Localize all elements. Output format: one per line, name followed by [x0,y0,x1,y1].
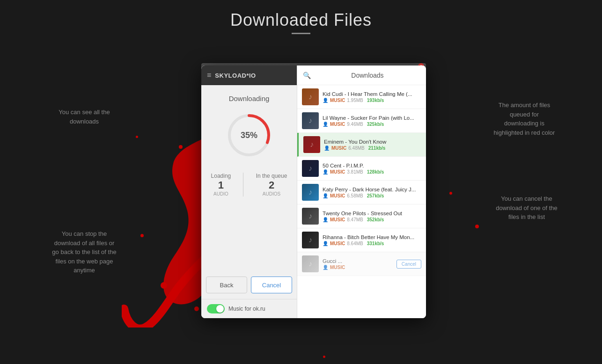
track-name-6: Rihanna - Bitch Better Have My Mon... [323,234,421,240]
track-size-1: 9.46MB [347,122,363,127]
track-info-4: Katy Perry - Dark Horse (feat. Juicy J..… [323,187,421,198]
right-panel: 🔍 Downloads ♪Kid Cudi - I Hear Them Call… [297,66,426,318]
track-size-4: 6.58MB [347,193,363,198]
track-meta-2: 👤 MUSIC 6.48MB 211kb/s [324,146,421,151]
track-meta-6: 👤 MUSIC 8.64MB 331kb/s [323,241,421,246]
track-size-0: 1.95MB [347,98,363,103]
track-size-3: 3.81MB [347,169,363,175]
music-tag-4: MUSIC [330,193,345,198]
track-item-4: ♪Katy Perry - Dark Horse (feat. Juicy J.… [297,181,426,204]
music-tag-7: MUSIC [330,265,345,270]
track-meta-7: 👤 MUSIC [323,265,393,270]
toggle-label: Music for ok.ru [228,306,265,312]
track-meta-1: 👤 MUSIC 9.46MB 325kb/s [323,122,421,127]
person-icon-2: 👤 [324,146,330,151]
track-info-0: Kid Cudi - I Hear Them Calling Me (...👤 … [323,91,421,103]
queue-count: 2 [256,179,287,191]
track-thumb-2: ♪ [303,136,320,153]
person-icon-3: 👤 [323,169,328,175]
track-info-2: Eminem - You Don't Know👤 MUSIC 6.48MB 21… [324,139,421,151]
svg-point-2 [194,306,199,311]
track-meta-3: 👤 MUSIC 3.81MB 128kb/s [323,169,421,175]
music-tag-6: MUSIC [330,241,345,246]
track-name-4: Katy Perry - Dark Horse (feat. Juicy J..… [323,187,421,192]
person-icon-4: 👤 [323,193,328,198]
music-tag-2: MUSIC [331,146,346,151]
track-item-1: ♪Lil Wayne - Sucker For Pain (with Lo...… [297,109,426,133]
track-name-5: Twenty One Pilots - Stressed Out [323,211,421,216]
person-icon-5: 👤 [323,217,328,222]
loading-label: Loading [211,173,231,179]
loading-stat: Loading 1 AUDIO [211,173,231,197]
track-item-6: ♪Rihanna - Bitch Better Have My Mon...👤 … [297,228,426,252]
track-speed-1: 325kb/s [367,122,384,127]
annotation-top-right: The amount of filesqueued fordownloading… [480,101,569,137]
track-size-6: 8.64MB [347,241,363,246]
svg-point-3 [161,282,167,289]
stat-divider [243,173,243,197]
track-info-6: Rihanna - Bitch Better Have My Mon...👤 M… [323,234,421,246]
track-list: ♪Kid Cudi - I Hear Them Calling Me (...👤… [297,85,426,318]
track-meta-0: 👤 MUSIC 1.95MB 193kb/s [323,98,421,103]
track-thumb-1: ♪ [302,112,319,129]
cancel-all-button[interactable]: Cancel [251,277,292,293]
person-icon-0: 👤 [323,98,328,103]
loading-unit: AUDIO [211,191,231,197]
app-name-label: SKYLOAD*IO [215,72,256,79]
annotation-bottom-left: You can stop thedownload of all files or… [42,229,126,275]
downloads-title: Downloads [315,72,420,79]
track-name-2: Eminem - You Don't Know [324,139,421,145]
left-header: ≡ SKYLOAD*IO [201,66,297,85]
loading-count: 1 [211,179,231,191]
track-item-7: ♪Gucci ...👤 MUSIC Cancel [297,252,426,276]
music-tag-0: MUSIC [330,98,345,103]
downloads-header: 🔍 Downloads [297,66,426,85]
search-icon: 🔍 [303,72,311,79]
left-panel: ≡ SKYLOAD*IO Downloading 35% Loading 1 A [201,66,297,318]
progress-circle: 35% [226,112,272,159]
track-speed-0: 193kb/s [367,98,384,103]
hamburger-icon: ≡ [207,71,211,80]
music-toggle[interactable] [207,304,225,313]
track-speed-2: 211kb/s [368,146,386,151]
title-underline [292,33,310,34]
track-meta-4: 👤 MUSIC 6.58MB 257kb/s [323,193,421,198]
track-speed-3: 128kb/s [367,169,384,175]
track-name-1: Lil Wayne - Sucker For Pain (with Lo... [323,115,421,121]
track-thumb-0: ♪ [302,88,319,105]
track-speed-4: 257kb/s [367,193,384,198]
progress-text: 35% [241,131,257,140]
music-tag-1: MUSIC [330,122,345,127]
toggle-row: Music for ok.ru [201,299,297,318]
track-info-7: Gucci ...👤 MUSIC [323,258,393,270]
track-thumb-6: ♪ [302,232,319,248]
track-thumb-7: ♪ [302,255,319,272]
track-name-7: Gucci ... [323,258,393,264]
queue-unit: AUDIOS [256,191,287,197]
action-buttons: Back Cancel [201,271,297,299]
track-speed-6: 331kb/s [367,241,384,246]
track-item-2: ♪Eminem - You Don't Know👤 MUSIC 6.48MB 2… [297,133,426,157]
track-speed-5: 352kb/s [367,217,384,222]
track-thumb-3: ♪ [302,160,319,177]
track-info-5: Twenty One Pilots - Stressed Out👤 MUSIC … [323,211,421,222]
downloading-section: Downloading 35% Loading 1 AUDIO [201,85,297,271]
queue-stat: In the queue 2 AUDIOS [256,173,287,197]
track-info-1: Lil Wayne - Sucker For Pain (with Lo...👤… [323,115,421,127]
music-tag-3: MUSIC [330,169,345,175]
person-icon-6: 👤 [323,241,328,246]
track-item-0: ♪Kid Cudi - I Hear Them Calling Me (...👤… [297,85,426,109]
track-item-5: ♪Twenty One Pilots - Stressed Out👤 MUSIC… [297,204,426,228]
track-item-3: ♪50 Cent - P.I.M.P.👤 MUSIC 3.81MB 128kb/… [297,157,426,181]
stats-row: Loading 1 AUDIO In the queue 2 AUDIOS [206,173,292,197]
downloading-label: Downloading [229,95,270,102]
track-size-2: 6.48MB [348,146,364,151]
track-thumb-4: ♪ [302,184,319,201]
annotation-bottom-right: You can cancel thedownload of one of the… [482,194,571,222]
percent-suffix: % [250,131,257,140]
app-window: ≡ SKYLOAD*IO Downloading 35% Loading 1 A [201,66,426,318]
cancel-track-button-7[interactable]: Cancel [396,260,421,269]
back-button[interactable]: Back [206,277,247,293]
track-info-3: 50 Cent - P.I.M.P.👤 MUSIC 3.81MB 128kb/s [323,163,421,175]
track-name-3: 50 Cent - P.I.M.P. [323,163,421,168]
